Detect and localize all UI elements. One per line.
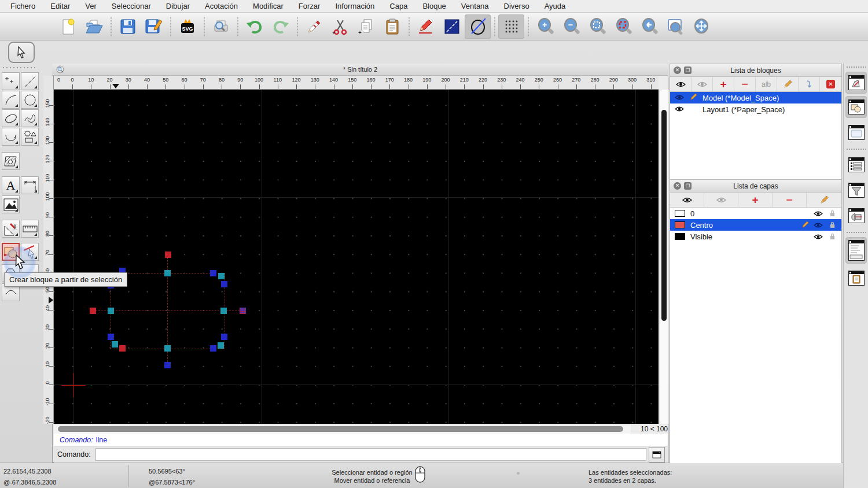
zoom-pan-button[interactable] bbox=[688, 14, 714, 39]
eye-icon[interactable] bbox=[814, 210, 823, 219]
lock-icon[interactable] bbox=[829, 221, 836, 230]
rename-block-button[interactable]: alb bbox=[756, 77, 777, 91]
line-attributes-button[interactable] bbox=[439, 14, 465, 39]
menu-item-ventana[interactable]: Ventana bbox=[461, 2, 489, 10]
new-file-button[interactable] bbox=[55, 14, 81, 39]
detach-panel-icon[interactable]: ❐ bbox=[684, 182, 692, 190]
selected-rectangle-entity[interactable] bbox=[111, 273, 225, 349]
svg-export-button[interactable]: SVG bbox=[174, 14, 200, 39]
hide-all-blocks-button[interactable] bbox=[692, 77, 713, 91]
image-tool-button[interactable] bbox=[2, 195, 20, 213]
command-options-button[interactable] bbox=[649, 447, 665, 463]
horizontal-scrollbar-thumb[interactable] bbox=[58, 426, 623, 432]
ellipse-tool-button[interactable] bbox=[2, 109, 20, 127]
eye-icon[interactable] bbox=[814, 233, 823, 242]
text-tool-button[interactable]: A bbox=[2, 176, 20, 194]
delete-block-button[interactable]: ✕ bbox=[820, 77, 841, 91]
zoom-previous-button[interactable] bbox=[636, 14, 662, 39]
selection-handle-red[interactable] bbox=[165, 252, 171, 258]
command-widget-toggle-button[interactable] bbox=[845, 237, 867, 264]
pencil-icon[interactable] bbox=[801, 221, 809, 230]
drawing-canvas[interactable] bbox=[54, 90, 659, 424]
zoom-out-button[interactable]: − bbox=[558, 14, 584, 39]
menu-item-capa[interactable]: Capa bbox=[389, 2, 407, 10]
show-all-layers-button[interactable] bbox=[670, 193, 704, 207]
hatch-tool-button[interactable] bbox=[2, 152, 20, 170]
lock-icon[interactable] bbox=[829, 209, 836, 219]
draft-mode-button[interactable] bbox=[465, 14, 491, 39]
block-list-toggle-button[interactable] bbox=[845, 96, 867, 118]
circle-tool-button[interactable] bbox=[21, 91, 39, 109]
menu-item-modificar[interactable]: Modificar bbox=[253, 2, 284, 10]
selection-handle-cyan[interactable] bbox=[218, 342, 224, 349]
selection-handle-blue[interactable] bbox=[221, 281, 227, 287]
menu-item-acotación[interactable]: Acotación bbox=[205, 2, 238, 10]
menu-item-diverso[interactable]: Diverso bbox=[504, 2, 529, 10]
edit-layer-button[interactable] bbox=[807, 193, 841, 207]
command-input[interactable] bbox=[95, 448, 646, 461]
pencil-icon[interactable] bbox=[690, 93, 698, 102]
menu-item-dibujar[interactable]: Dibujar bbox=[166, 2, 190, 10]
library-browser-toggle-button[interactable] bbox=[845, 121, 867, 143]
add-block-button[interactable]: + bbox=[713, 77, 734, 91]
menu-item-fichero[interactable]: Fichero bbox=[10, 2, 35, 10]
menu-item-ver[interactable]: Ver bbox=[85, 2, 97, 10]
select-tool-button[interactable] bbox=[8, 42, 35, 63]
layer-list-item[interactable]: Visible bbox=[670, 231, 841, 242]
grid-toggle-button[interactable] bbox=[498, 14, 524, 39]
line-tool-button[interactable] bbox=[21, 72, 39, 90]
layer-list-item[interactable]: Centro bbox=[670, 219, 841, 231]
selection-handle-blue[interactable] bbox=[210, 345, 216, 352]
draw-pencil-button[interactable] bbox=[413, 14, 439, 39]
menu-item-forzar[interactable]: Forzar bbox=[299, 2, 321, 10]
zoom-window-button[interactable] bbox=[662, 14, 688, 39]
selection-handle-cyan[interactable] bbox=[220, 308, 227, 314]
selection-filter-toggle-button[interactable] bbox=[845, 179, 867, 201]
remove-layer-button[interactable]: − bbox=[773, 193, 807, 207]
layer-list-item[interactable]: 0 bbox=[670, 208, 841, 219]
layer-list-toggle-button[interactable] bbox=[845, 72, 867, 94]
ruler-tool-button[interactable] bbox=[21, 220, 39, 238]
show-all-blocks-button[interactable] bbox=[670, 77, 692, 91]
print-preview-button[interactable] bbox=[208, 14, 234, 39]
undo-button[interactable] bbox=[241, 14, 267, 39]
close-panel-icon[interactable]: ✕ bbox=[674, 182, 681, 190]
measure-tool-button[interactable] bbox=[2, 220, 20, 238]
zoom-auto-button[interactable] bbox=[584, 14, 610, 39]
insert-block-button[interactable]: ⤵ bbox=[799, 77, 820, 91]
selection-handle-cyan[interactable] bbox=[164, 270, 171, 276]
clipboard-widget-toggle-button[interactable] bbox=[845, 267, 867, 289]
save-button[interactable] bbox=[115, 14, 141, 39]
dimension-tool-button[interactable] bbox=[21, 176, 39, 194]
selection-handle-grid[interactable] bbox=[240, 308, 246, 314]
menu-item-bloque[interactable]: Bloque bbox=[422, 2, 446, 10]
eye-icon[interactable] bbox=[675, 94, 684, 102]
block-explorer-toggle-button[interactable] bbox=[845, 205, 867, 227]
selection-handle-cyan[interactable] bbox=[112, 341, 118, 347]
points-tool-button[interactable] bbox=[2, 72, 20, 90]
selection-handle-blue[interactable] bbox=[108, 334, 114, 340]
zoom-selection-button[interactable] bbox=[610, 14, 636, 39]
eye-icon[interactable] bbox=[675, 105, 684, 114]
save-as-button[interactable] bbox=[141, 14, 167, 39]
selection-handle-cyan[interactable] bbox=[108, 308, 114, 314]
paste-button[interactable] bbox=[379, 14, 405, 39]
menu-item-ayuda[interactable]: Ayuda bbox=[545, 2, 566, 10]
selection-handle-cyan[interactable] bbox=[218, 273, 225, 279]
remove-block-button[interactable]: − bbox=[734, 77, 756, 91]
cut-button[interactable]: + bbox=[327, 14, 353, 39]
selection-handle-red[interactable] bbox=[119, 345, 126, 352]
redo-button[interactable] bbox=[267, 14, 293, 39]
selection-handle-cyan[interactable] bbox=[164, 345, 171, 352]
add-layer-button[interactable]: + bbox=[738, 193, 773, 207]
selection-handle-blue[interactable] bbox=[164, 362, 171, 368]
entity-list-toggle-button[interactable] bbox=[845, 154, 867, 176]
selection-handle-blue[interactable] bbox=[221, 334, 227, 340]
menu-item-información[interactable]: Información bbox=[335, 2, 374, 10]
detach-panel-icon[interactable]: ❐ bbox=[684, 66, 692, 74]
lock-icon[interactable] bbox=[829, 232, 836, 242]
zoom-in-button[interactable]: + bbox=[532, 14, 558, 39]
horizontal-scrollbar[interactable] bbox=[54, 424, 631, 434]
block-list-item[interactable]: Layout1 (*Paper_Space) bbox=[670, 103, 841, 115]
menu-item-seleccionar[interactable]: Seleccionar bbox=[112, 2, 151, 10]
